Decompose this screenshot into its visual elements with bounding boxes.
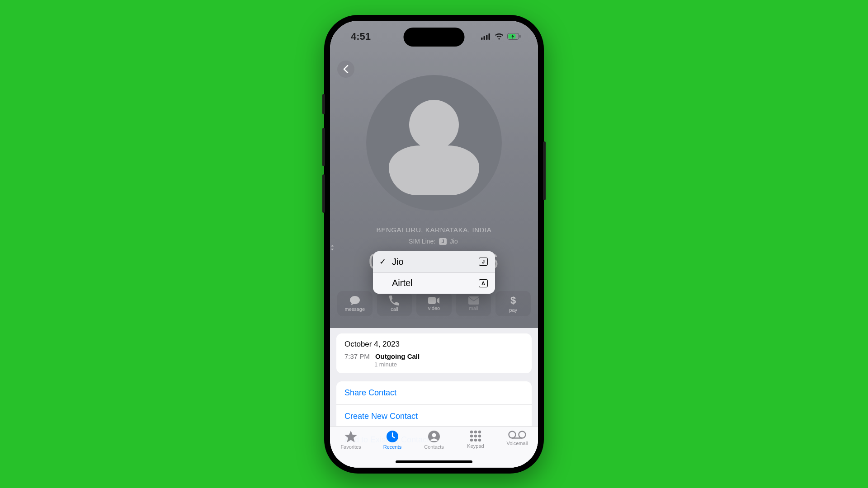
svg-rect-0 [481, 38, 483, 40]
chevron-left-icon [343, 65, 349, 73]
power-button [543, 141, 546, 200]
phone-frame: 4:51 BENGALURU, KARNATAKA, [324, 15, 544, 474]
tab-favorites[interactable]: Favorites [330, 430, 372, 450]
sim-option-airtel[interactable]: Airtel A [373, 272, 495, 294]
side-button [322, 94, 325, 114]
tab-label: Voicemail [506, 441, 528, 446]
dynamic-island [404, 28, 465, 47]
cellular-icon [481, 33, 491, 40]
log-duration: 1 minute [374, 361, 524, 368]
log-time: 7:37 PM [344, 352, 370, 360]
sim-option-label: Airtel [392, 278, 413, 288]
svg-point-20 [478, 438, 481, 441]
clock-icon [386, 430, 399, 443]
tab-contacts[interactable]: Contacts [413, 430, 455, 450]
svg-point-22 [519, 431, 526, 438]
call-log-group: October 4, 2023 7:37 PM Outgoing Call 1 … [336, 333, 532, 373]
tab-label: Keypad [467, 443, 484, 449]
svg-rect-2 [486, 35, 488, 40]
log-date: October 4, 2023 [344, 340, 524, 349]
svg-rect-3 [489, 33, 491, 40]
sim-popover: ✓ Jio J Airtel A [373, 251, 495, 294]
tab-label: Favorites [340, 444, 361, 450]
svg-rect-1 [484, 36, 486, 40]
battery-icon [507, 33, 521, 40]
svg-rect-6 [519, 35, 521, 38]
volume-up-button [322, 128, 325, 166]
contact-icon [428, 430, 440, 443]
volume-down-button [322, 174, 325, 213]
sim-option-label: Jio [392, 257, 404, 267]
content-area: October 4, 2023 7:37 PM Outgoing Call 1 … [330, 328, 538, 468]
tab-label: Contacts [424, 444, 443, 450]
svg-point-19 [474, 438, 477, 441]
screen: 4:51 BENGALURU, KARNATAKA, [330, 21, 538, 468]
star-icon [344, 430, 358, 443]
svg-point-13 [474, 430, 477, 433]
voicemail-icon [508, 430, 526, 439]
svg-point-12 [470, 430, 473, 433]
share-contact-link[interactable]: Share Contact [336, 381, 532, 404]
keypad-icon [470, 430, 481, 442]
back-button[interactable] [337, 61, 354, 78]
svg-point-14 [478, 430, 481, 433]
sim-option-jio[interactable]: ✓ Jio J [373, 251, 495, 272]
tab-recents[interactable]: Recents [372, 430, 413, 450]
svg-point-16 [474, 434, 477, 437]
tab-voicemail[interactable]: Voicemail [496, 430, 538, 446]
call-log-entry: October 4, 2023 7:37 PM Outgoing Call 1 … [336, 333, 532, 373]
log-type: Outgoing Call [375, 352, 420, 360]
sim-tag-icon: J [479, 258, 488, 266]
checkmark-icon: ✓ [379, 257, 388, 267]
tab-keypad[interactable]: Keypad [455, 430, 496, 449]
home-indicator[interactable] [396, 460, 472, 463]
wifi-icon [495, 33, 504, 40]
status-time: 4:51 [351, 31, 371, 42]
svg-point-17 [478, 434, 481, 437]
svg-point-11 [432, 433, 436, 437]
svg-point-15 [470, 434, 473, 437]
svg-point-18 [470, 438, 473, 441]
tab-label: Recents [383, 444, 401, 450]
create-contact-link[interactable]: Create New Contact [336, 404, 532, 428]
status-indicators [481, 33, 521, 40]
svg-point-21 [509, 431, 516, 438]
sim-tag-icon: A [479, 279, 488, 287]
contact-header: BENGALURU, KARNATAKA, INDIA SIM Line: J … [330, 21, 538, 328]
